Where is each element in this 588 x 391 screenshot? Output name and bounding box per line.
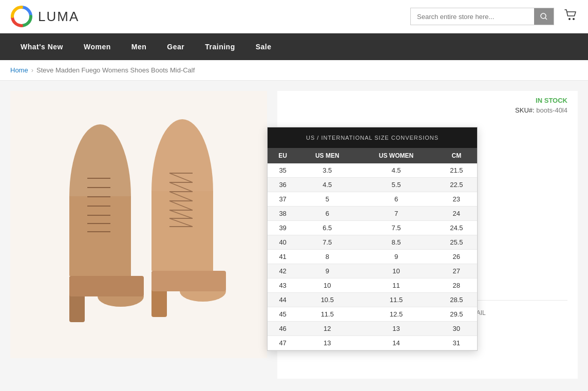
stock-status: IN STOCK	[536, 97, 567, 104]
breadcrumb: Home › Steve Madden Fuego Womens Shoes B…	[0, 60, 588, 81]
product-image	[10, 91, 267, 358]
sku-label: SKU#:	[515, 106, 535, 114]
breadcrumb-home[interactable]: Home	[10, 66, 28, 74]
svg-rect-9	[69, 276, 144, 296]
col-cm: CM	[436, 148, 477, 163]
svg-point-4	[573, 18, 575, 20]
nav-item-men[interactable]: Men	[121, 33, 157, 60]
svg-rect-6	[69, 196, 131, 276]
cart-icon[interactable]	[564, 9, 578, 24]
svg-point-1	[541, 13, 546, 18]
header: LUMA	[0, 0, 588, 33]
size-chart-title: US / INTERNATIONAL SIZE CONVERSIONS	[273, 135, 472, 141]
main-nav: What's New Women Men Gear Training Sale	[0, 33, 588, 60]
luma-logo-icon	[10, 5, 33, 28]
breadcrumb-current: Steve Madden Fuego Womens Shoes Boots Mi…	[36, 66, 195, 74]
size-chart-table: EU US MEN US WOMEN CM 353.54.521.5364.55…	[268, 148, 477, 350]
boot-illustration	[21, 96, 257, 353]
logo-area: LUMA	[10, 5, 79, 28]
search-box	[410, 8, 554, 25]
table-row: 364.55.522.5	[268, 178, 477, 192]
nav-item-gear[interactable]: Gear	[157, 33, 195, 60]
table-row: 4511.512.529.5	[268, 307, 477, 322]
header-right	[410, 8, 578, 25]
table-row: 386724	[268, 207, 477, 221]
table-row: 47131431	[268, 336, 477, 350]
table-row: 4291027	[268, 264, 477, 278]
stock-info: IN STOCK	[288, 96, 567, 104]
svg-rect-18	[151, 191, 213, 271]
search-input[interactable]	[411, 9, 534, 25]
table-row: 353.54.521.5	[268, 163, 477, 178]
nav-item-whats-new[interactable]: What's New	[10, 33, 73, 60]
nav-item-sale[interactable]: Sale	[245, 33, 282, 60]
product-image-area	[10, 91, 267, 379]
sku-value: boots-40l4	[536, 106, 567, 114]
table-row: 46121330	[268, 322, 477, 336]
nav-item-women[interactable]: Women	[73, 33, 121, 60]
size-chart-header: US / INTERNATIONAL SIZE CONVERSIONS	[268, 127, 477, 148]
sku-info: SKU#: boots-40l4	[288, 106, 567, 114]
table-row: 418926	[268, 250, 477, 264]
logo-text: LUMA	[38, 9, 79, 25]
col-eu: EU	[268, 148, 298, 163]
table-row: 407.58.525.5	[268, 235, 477, 250]
svg-rect-21	[151, 271, 226, 291]
table-row: 4410.511.528.5	[268, 293, 477, 307]
table-row: 396.57.524.5	[268, 221, 477, 235]
search-button[interactable]	[534, 8, 554, 25]
main-content: IN STOCK SKU#: boots-40l4 Fuego s Boots …	[0, 81, 588, 389]
size-chart-popup: US / INTERNATIONAL SIZE CONVERSIONS EU U…	[267, 127, 478, 351]
svg-point-3	[568, 18, 571, 20]
table-row: 43101128	[268, 278, 477, 293]
svg-line-2	[545, 18, 547, 20]
nav-item-training[interactable]: Training	[195, 33, 245, 60]
breadcrumb-separator: ›	[31, 66, 33, 74]
col-us-men: US MEN	[298, 148, 356, 163]
search-icon	[540, 13, 547, 20]
col-us-women: US WOMEN	[356, 148, 435, 163]
table-row: 375623	[268, 192, 477, 207]
